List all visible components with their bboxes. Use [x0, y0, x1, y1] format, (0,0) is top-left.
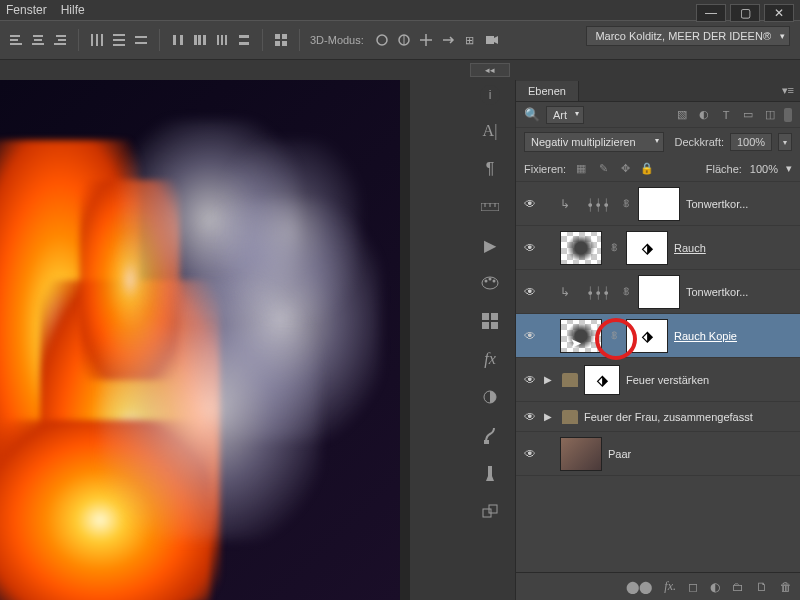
distribute-h-icon[interactable]: [214, 32, 230, 48]
lock-position-icon[interactable]: ✥: [618, 162, 632, 176]
3d-roll-icon[interactable]: [396, 32, 412, 48]
3d-camera-icon[interactable]: [484, 32, 500, 48]
align-icon[interactable]: [30, 32, 46, 48]
clone-source-icon[interactable]: [478, 499, 502, 523]
delete-layer-icon[interactable]: 🗑: [780, 580, 792, 594]
layer-thumb[interactable]: [560, 231, 602, 265]
3d-pan-icon[interactable]: [418, 32, 434, 48]
info-panel-icon[interactable]: i: [480, 85, 500, 105]
layer-mask-thumb[interactable]: ⬗: [626, 319, 668, 353]
link-icon[interactable]: 𝟠: [608, 330, 620, 341]
layer-name[interactable]: Rauch: [674, 242, 794, 254]
layer-name[interactable]: Feuer verstärken: [626, 374, 794, 386]
link-layers-icon[interactable]: ⬤⬤: [626, 580, 652, 594]
close-button[interactable]: ✕: [764, 4, 794, 22]
lock-pixels-icon[interactable]: ✎: [596, 162, 610, 176]
visibility-toggle[interactable]: 👁: [522, 328, 538, 344]
layer-name[interactable]: Rauch Kopie: [674, 330, 794, 342]
distribute-v-icon[interactable]: [236, 32, 252, 48]
layer-name[interactable]: Tonwertkor...: [686, 198, 794, 210]
layer-row[interactable]: 👁 ▶ ⬗ Feuer verstärken: [516, 358, 800, 402]
filter-toggle[interactable]: [784, 108, 792, 122]
menu-hilfe[interactable]: Hilfe: [61, 3, 85, 17]
blend-mode-dropdown[interactable]: Negativ multiplizieren: [524, 132, 664, 152]
expand-toggle[interactable]: ▶: [544, 411, 556, 422]
filter-kind-dropdown[interactable]: Art: [546, 106, 584, 124]
3d-scale-icon[interactable]: ⊞: [462, 32, 478, 48]
paragraph-panel-icon[interactable]: ¶: [478, 157, 502, 181]
layer-mask-thumb[interactable]: [638, 275, 680, 309]
link-icon[interactable]: 𝟠: [620, 286, 632, 297]
distribute-icon[interactable]: [111, 32, 127, 48]
distribute-icon[interactable]: [133, 32, 149, 48]
fx-icon[interactable]: fx.: [664, 579, 676, 594]
layer-row[interactable]: 👁 Paar: [516, 432, 800, 476]
workspace-dropdown[interactable]: Marco Kolditz, MEER DER IDEEN®: [586, 26, 790, 46]
actions-panel-icon[interactable]: ▶: [478, 233, 502, 257]
link-icon[interactable]: 𝟠: [608, 242, 620, 253]
menu-fenster[interactable]: Fenster: [6, 3, 47, 17]
opacity-input[interactable]: 100%: [730, 133, 772, 151]
svg-rect-20: [198, 35, 201, 45]
layer-name[interactable]: Paar: [608, 448, 794, 460]
layer-mask-thumb[interactable]: ⬗: [626, 231, 668, 265]
visibility-toggle[interactable]: 👁: [522, 240, 538, 256]
minimize-button[interactable]: —: [696, 4, 726, 22]
layer-thumb[interactable]: [560, 319, 602, 353]
maximize-button[interactable]: ▢: [730, 4, 760, 22]
new-group-icon[interactable]: 🗀: [732, 580, 744, 594]
visibility-toggle[interactable]: 👁: [522, 196, 538, 212]
layer-row[interactable]: 👁 𝟠 ⬗ Rauch Kopie: [516, 314, 800, 358]
layer-row[interactable]: 👁 𝟠 ⬗ Rauch: [516, 226, 800, 270]
align-icon[interactable]: [52, 32, 68, 48]
visibility-toggle[interactable]: 👁: [522, 409, 538, 425]
layer-name[interactable]: Feuer der Frau, zusammengefasst: [584, 411, 794, 423]
new-layer-icon[interactable]: 🗋: [756, 580, 768, 594]
auto-align-icon[interactable]: [273, 32, 289, 48]
layer-mask-thumb[interactable]: [638, 187, 680, 221]
fill-stepper[interactable]: ▾: [786, 162, 792, 175]
panel-menu-icon[interactable]: ▾≡: [776, 84, 800, 97]
visibility-toggle[interactable]: 👁: [522, 372, 538, 388]
layers-panel: Ebenen ▾≡ 🔍 Art ▧ ◐ T ▭ ◫ Negativ multip…: [515, 80, 800, 600]
opacity-stepper[interactable]: ▾: [778, 133, 792, 151]
layer-mask-thumb[interactable]: ⬗: [584, 365, 620, 395]
expand-toggle[interactable]: ▶: [544, 374, 556, 385]
panel-collapse-handle[interactable]: ◂◂: [470, 63, 510, 77]
filter-smart-icon[interactable]: ◫: [762, 107, 778, 123]
link-icon[interactable]: 𝟠: [620, 198, 632, 209]
character-panel-icon[interactable]: A|: [478, 119, 502, 143]
color-panel-icon[interactable]: [478, 271, 502, 295]
layer-row[interactable]: 👁 ↳ ⍿⍿⍿ 𝟠 Tonwertkor...: [516, 182, 800, 226]
layers-tab[interactable]: Ebenen: [516, 81, 579, 101]
distribute-h-icon[interactable]: [192, 32, 208, 48]
3d-orbit-icon[interactable]: [374, 32, 390, 48]
layer-name[interactable]: Tonwertkor...: [686, 286, 794, 298]
visibility-toggle[interactable]: 👁: [522, 284, 538, 300]
canvas[interactable]: [0, 80, 410, 600]
brushes-panel-icon[interactable]: [478, 423, 502, 447]
svg-rect-21: [203, 35, 206, 45]
measure-panel-icon[interactable]: [478, 195, 502, 219]
brush-presets-icon[interactable]: [478, 461, 502, 485]
visibility-toggle[interactable]: 👁: [522, 446, 538, 462]
filter-pixel-icon[interactable]: ▧: [674, 107, 690, 123]
layer-thumb[interactable]: [560, 437, 602, 471]
new-adjustment-icon[interactable]: ◐: [710, 580, 720, 594]
3d-slide-icon[interactable]: [440, 32, 456, 48]
filter-adjust-icon[interactable]: ◐: [696, 107, 712, 123]
add-mask-icon[interactable]: ◻: [688, 580, 698, 594]
align-icon[interactable]: [8, 32, 24, 48]
filter-type-icon[interactable]: T: [718, 107, 734, 123]
lock-all-icon[interactable]: 🔒: [640, 162, 654, 176]
adjustments-panel-icon[interactable]: [478, 385, 502, 409]
distribute-icon[interactable]: [89, 32, 105, 48]
styles-panel-icon[interactable]: fx: [478, 347, 502, 371]
distribute-h-icon[interactable]: [170, 32, 186, 48]
layer-row[interactable]: 👁 ↳ ⍿⍿⍿ 𝟠 Tonwertkor...: [516, 270, 800, 314]
lock-transparent-icon[interactable]: ▦: [574, 162, 588, 176]
filter-shape-icon[interactable]: ▭: [740, 107, 756, 123]
swatches-panel-icon[interactable]: [478, 309, 502, 333]
fill-input[interactable]: 100%: [750, 163, 778, 175]
layer-row[interactable]: 👁 ▶ Feuer der Frau, zusammengefasst: [516, 402, 800, 432]
